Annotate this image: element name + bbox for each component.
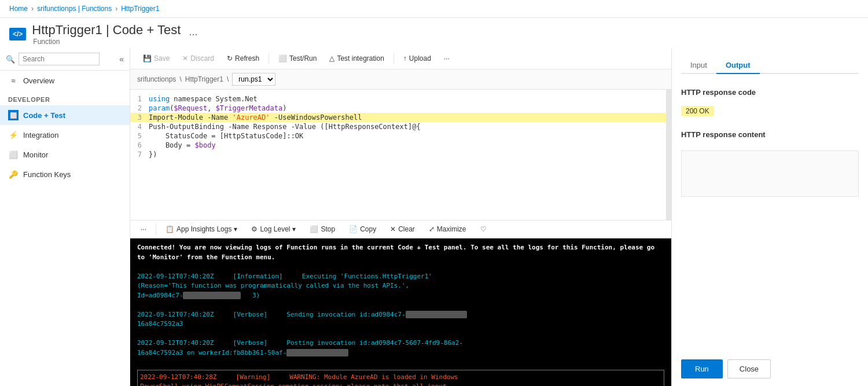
stop-icon: ⬜ [310,225,318,233]
log-line-warning: 2022-09-12T07:40:28Z [Warning] WARNING: … [137,370,664,387]
test-integration-button[interactable]: △ Test integration [323,52,389,65]
sidebar-section-developer: Developer [0,90,130,105]
log-toolbar: ··· 📋 App Insights Logs ▾ ⚙ Log Level ▾ … [130,220,671,238]
search-icon: 🔍 [6,55,15,64]
toolbar-separator-1 [269,53,269,64]
stop-button[interactable]: ⬜ Stop [304,223,341,236]
http-response-code-label: HTTP response code [681,88,859,97]
upload-button[interactable]: ↑ Upload [398,52,437,65]
close-button[interactable]: Close [727,359,771,378]
save-icon: 💾 [143,54,152,63]
code-editor[interactable]: 1 using namespace System.Net 2 param($Re… [130,90,667,220]
toolbar-more-button[interactable]: ··· [438,52,455,65]
overview-icon: ≈ [8,75,19,86]
copy-icon: 📄 [349,225,358,233]
code-line-6: 6 Body = $body [130,141,666,150]
log-separator [156,223,156,235]
refresh-button[interactable]: ↻ Refresh [221,52,265,65]
right-panel: Input Output HTTP response code 200 OK H… [671,48,868,386]
app-insights-chevron: ▾ [234,225,237,233]
upload-icon: ↑ [403,54,407,63]
editor-area: 1 using namespace System.Net 2 param($Re… [130,90,671,386]
sidebar-item-overview[interactable]: ≈ Overview [0,71,130,90]
clear-button[interactable]: ✕ Clear [384,223,421,236]
code-line-7: 7 }) [130,150,666,159]
copy-label: Copy [360,225,376,233]
code-line-5: 5 StatusCode = [HttpStatusCode]::OK [130,131,666,141]
sidebar-label-overview: Overview [23,76,54,85]
sidebar-item-code-test[interactable]: ⬜ Code + Test [0,105,130,125]
log-level-label: Log Level [260,225,290,233]
breadcrumb: Home › srifunctionps | Functions › HttpT… [0,0,868,18]
log-line-2: 2022-09-12T07:40:20Z [Verbose] Sending i… [137,310,664,329]
test-run-icon: ⬜ [278,54,287,63]
app-insights-icon: 📋 [165,225,174,233]
favorite-button[interactable]: ♡ [475,223,492,236]
discard-button[interactable]: ✕ Discard [176,52,220,65]
maximize-icon: ⤢ [429,225,435,233]
run-button[interactable]: Run [681,359,723,378]
editor-breadcrumb-function: HttpTrigger1 [185,75,223,83]
discard-icon: ✕ [182,54,188,63]
copy-button[interactable]: 📄 Copy [343,223,382,236]
sidebar-label-function-keys: Function Keys [23,170,71,179]
editor-scrollbar[interactable] [667,90,671,220]
http-response-code-value: 200 OK [681,106,859,116]
file-selector[interactable]: run.ps1 [232,73,275,86]
toolbar-separator-2 [393,53,394,64]
log-more-button[interactable]: ··· [135,223,152,236]
page-title: HttpTrigger1 | Code + Test [32,23,181,38]
editor-breadcrumb: srifunctionps \ HttpTrigger1 \ run.ps1 [130,69,671,90]
log-level-chevron: ▾ [292,225,296,233]
tab-bar: Input Output [681,57,859,74]
http-response-content-label: HTTP response content [681,130,859,139]
clear-icon: ✕ [390,225,396,233]
heart-icon: ♡ [480,225,487,233]
stop-label: Stop [321,225,335,233]
sidebar-label-integration: Integration [23,131,58,139]
code-test-icon: ⬜ [8,110,19,120]
log-connected-msg: Connected! You are now viewing logs of F… [137,243,664,262]
clear-label: Clear [398,225,415,233]
breadcrumb-function[interactable]: HttpTrigger1 [121,5,159,13]
app-insights-label: App Insights Logs [176,225,231,233]
page-subtitle: Function [33,38,181,46]
log-level-button[interactable]: ⚙ Log Level ▾ [245,223,301,236]
breadcrumb-functions-app[interactable]: srifunctionps | Functions [37,5,112,13]
response-content-box [681,150,859,197]
log-content[interactable]: Connected! You are now viewing logs of F… [130,238,671,386]
collapse-icon[interactable]: « [119,54,124,64]
header-more-icon[interactable]: ··· [189,28,197,41]
content-area: 💾 Save ✕ Discard ↻ Refresh ⬜ Test/Run △ … [130,48,671,386]
breadcrumb-home[interactable]: Home [9,5,28,13]
maximize-label: Maximize [437,225,466,233]
sidebar-item-function-keys[interactable]: 🔑 Function Keys [0,164,130,184]
sidebar-label-monitor: Monitor [23,150,48,159]
toolbar: 💾 Save ✕ Discard ↻ Refresh ⬜ Test/Run △ … [130,48,671,69]
right-panel-actions: Run Close [681,359,859,378]
tab-output[interactable]: Output [716,57,760,74]
sidebar-label-code-test: Code + Test [23,111,65,120]
sidebar-item-monitor[interactable]: ⬜ Monitor [0,145,130,164]
refresh-icon: ↻ [227,54,233,63]
code-line-1: 1 using namespace System.Net [130,94,666,104]
search-input[interactable] [19,53,100,65]
tab-input[interactable]: Input [681,57,716,74]
sidebar-item-integration[interactable]: ⚡ Integration [0,125,130,145]
app-insights-button[interactable]: 📋 App Insights Logs ▾ [160,223,243,236]
maximize-button[interactable]: ⤢ Maximize [423,223,472,236]
test-run-button[interactable]: ⬜ Test/Run [273,52,322,65]
log-panel: ··· 📋 App Insights Logs ▾ ⚙ Log Level ▾ … [130,220,671,386]
status-badge: 200 OK [681,106,714,116]
log-line-3: 2022-09-12T07:40:20Z [Verbose] Posting i… [137,339,664,358]
function-keys-icon: 🔑 [8,169,19,179]
code-line-2: 2 param($Request, $TriggerMetadata) [130,104,666,113]
filter-icon: ⚙ [251,225,258,233]
code-line-4: 4 Push-OutputBinding -Name Response -Val… [130,122,666,131]
save-button[interactable]: 💾 Save [137,52,175,65]
integration-icon: ⚡ [8,130,19,140]
page-icon: </> [9,28,26,41]
code-line-3: 3 Import-Module -Name 'AzureAD' -UseWind… [130,113,666,122]
page-header: </> HttpTrigger1 | Code + Test Function … [0,18,868,48]
monitor-icon: ⬜ [8,149,19,160]
